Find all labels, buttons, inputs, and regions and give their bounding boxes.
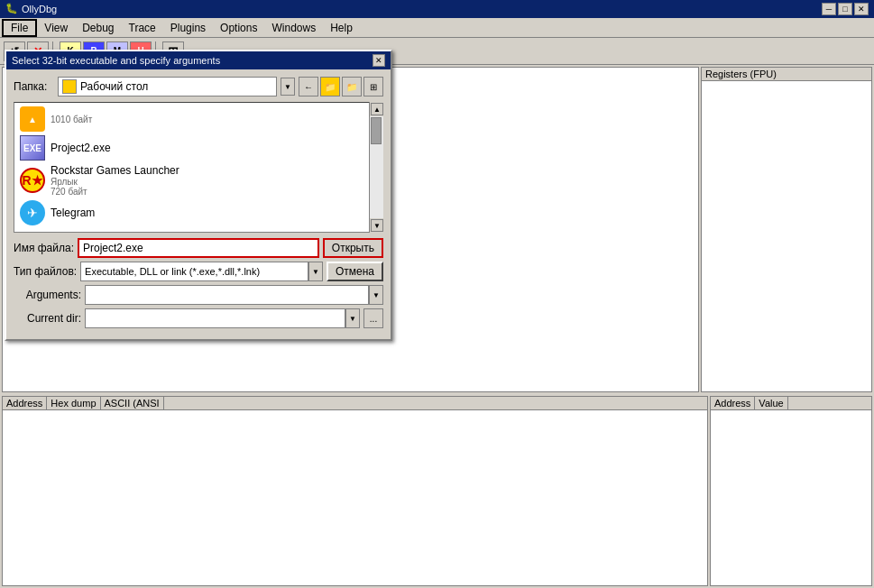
filetype-label: Тип файлов: (14, 265, 77, 278)
close-btn[interactable]: ✕ (854, 3, 869, 15)
file-prev-sub: 1010 байт (51, 115, 92, 124)
maximize-btn[interactable]: □ (838, 3, 852, 15)
menu-trace[interactable]: Trace (122, 19, 163, 37)
arguments-label: Arguments: (14, 289, 81, 301)
list-item[interactable]: ✈ Telegram (16, 198, 366, 227)
file-name: Rockstar Games Launcher (51, 164, 179, 177)
minimize-btn[interactable]: ─ (822, 3, 836, 15)
filetype-select-wrapper: Executable, DLL or link (*.exe,*.dll,*.l… (80, 262, 323, 281)
stack-header: Address Value (711, 397, 871, 410)
dialog-title-text: Select 32-bit executable and specify arg… (12, 55, 373, 66)
menu-debug[interactable]: Debug (75, 19, 121, 37)
file-info: 1010 байт (51, 115, 92, 124)
list-item[interactable]: ▲ 1010 байт (16, 105, 366, 133)
filetype-value: Executable, DLL or link (*.exe,*.dll,*.l… (85, 266, 260, 277)
dump-col-ascii: ASCII (ANSI (101, 397, 164, 409)
file-info: Project2.exe (51, 142, 111, 154)
arguments-input-wrapper: ▼ (85, 285, 383, 305)
currentdir-label: Current dir: (14, 312, 81, 325)
scroll-down-btn[interactable]: ▼ (371, 219, 383, 232)
list-item[interactable]: R★ Rockstar Games Launcher Ярлык 720 бай… (16, 162, 366, 198)
menu-help[interactable]: Help (323, 19, 360, 37)
stack-col-2: Value (755, 397, 787, 409)
dialog-title-bar: Select 32-bit executable and specify arg… (6, 51, 391, 69)
app-title: OllyDbg (22, 4, 822, 14)
menu-bar: File View Debug Trace Plugins Options Wi… (0, 18, 874, 38)
filename-label: Имя файла: (14, 242, 74, 254)
scroll-track (370, 116, 383, 218)
folder-dropdown-btn[interactable]: ▼ (281, 78, 295, 96)
currentdir-input-wrapper: ▼ (85, 308, 360, 328)
folder-name: Рабочий стол (80, 80, 272, 93)
menu-file[interactable]: File (2, 19, 37, 37)
dump-panel: Address Hex dump ASCII (ANSI (2, 396, 708, 586)
menu-view[interactable]: View (37, 19, 75, 37)
registers-panel-header: Registers (FPU) (702, 68, 871, 81)
bottom-panels: Address Hex dump ASCII (ANSI Address Val… (2, 396, 872, 586)
folder-label: Папка: (14, 80, 54, 93)
cancel-button[interactable]: Отмена (327, 262, 383, 281)
file-list-container: ▲ 1010 байт EXE Project2.exe (14, 102, 383, 233)
file-dialog: Select 32-bit executable and specify arg… (5, 50, 392, 341)
menu-windows[interactable]: Windows (264, 19, 323, 37)
filetype-select[interactable]: Executable, DLL or link (*.exe,*.dll,*.l… (80, 262, 308, 281)
folder-select[interactable]: Рабочий стол (58, 77, 277, 96)
scroll-thumb[interactable] (371, 117, 382, 144)
registers-panel: Registers (FPU) (701, 67, 872, 392)
filetype-row: Тип файлов: Executable, DLL or link (*.e… (14, 262, 383, 281)
back-btn[interactable]: ← (299, 77, 318, 96)
filetype-dropdown-btn[interactable]: ▼ (308, 262, 323, 281)
stack-panel: Address Value (710, 396, 872, 586)
dialog-close-btn[interactable]: ✕ (373, 54, 385, 67)
browse-btn[interactable]: ... (363, 308, 383, 328)
file-icon-exe: EXE (20, 135, 45, 161)
file-list-scrollbar[interactable]: ▲ ▼ (369, 102, 383, 233)
folder-icon (62, 79, 77, 94)
arguments-dropdown-btn[interactable]: ▼ (369, 285, 383, 305)
file-info: Telegram (51, 207, 95, 219)
file-name: Telegram (51, 207, 95, 219)
file-info: Rockstar Games Launcher Ярлык 720 байт (51, 164, 179, 197)
filename-row: Имя файла: Project2.exe Открыть (14, 238, 383, 258)
filename-value: Project2.exe (83, 242, 143, 254)
up-folder-btn[interactable]: 📁 (320, 77, 340, 96)
dialog-toolbar: ← 📁 📁 ⊞ (299, 77, 383, 96)
file-sub2: 720 байт (51, 187, 179, 197)
file-list[interactable]: ▲ 1010 байт EXE Project2.exe (14, 102, 383, 233)
scroll-up-btn[interactable]: ▲ (371, 103, 383, 115)
list-item[interactable]: EXE Project2.exe (16, 133, 366, 162)
app-icon: 🐛 (5, 3, 18, 15)
new-folder-btn[interactable]: 📁 (342, 77, 362, 96)
dump-col-address: Address (3, 397, 47, 409)
arguments-row: Arguments: ▼ (14, 285, 383, 305)
file-icon-prev: ▲ (20, 106, 45, 132)
title-bar: 🐛 OllyDbg ─ □ ✕ (0, 0, 874, 18)
file-name: Project2.exe (51, 142, 111, 154)
window-controls: ─ □ ✕ (822, 3, 869, 15)
folder-row: Папка: Рабочий стол ▼ ← 📁 📁 ⊞ (14, 77, 383, 96)
currentdir-row: Current dir: ▼ ... (14, 308, 383, 328)
dialog-body: Папка: Рабочий стол ▼ ← 📁 📁 ⊞ (6, 69, 391, 339)
open-button[interactable]: Открыть (323, 238, 383, 258)
view-btn[interactable]: ⊞ (363, 77, 383, 96)
currentdir-input[interactable] (85, 308, 345, 328)
currentdir-dropdown-btn[interactable]: ▼ (345, 308, 360, 328)
file-icon-telegram: ✈ (20, 200, 45, 225)
dump-col-hex: Hex dump (47, 397, 100, 409)
file-icon-rockstar: R★ (20, 168, 45, 193)
dump-header: Address Hex dump ASCII (ANSI (3, 397, 707, 410)
file-sub1: Ярлык (51, 177, 179, 187)
arguments-input[interactable] (85, 285, 369, 305)
menu-plugins[interactable]: Plugins (163, 19, 213, 37)
menu-options[interactable]: Options (213, 19, 264, 37)
filename-input[interactable]: Project2.exe (78, 238, 319, 258)
stack-col-1: Address (711, 397, 755, 409)
